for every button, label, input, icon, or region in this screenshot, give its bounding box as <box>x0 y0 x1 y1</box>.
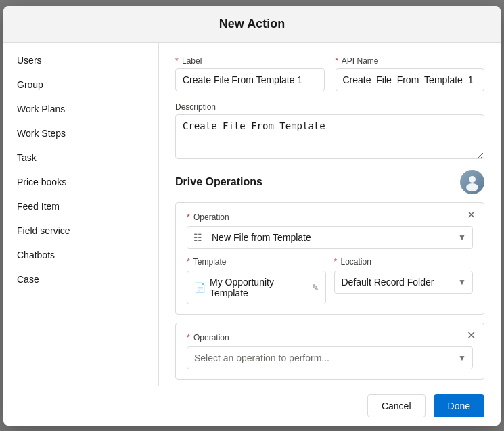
main-content: * Label * API Name <box>159 43 501 386</box>
sidebar-item-price-books[interactable]: Price books <box>3 170 158 194</box>
modal: New Action Users Group Work Plans Work S… <box>3 6 501 426</box>
label-api-row: * Label * API Name <box>175 56 484 91</box>
location-label: * Location <box>334 257 474 267</box>
api-name-input[interactable] <box>336 68 485 91</box>
label-field-label: * Label <box>175 56 325 66</box>
sidebar-item-feed-item[interactable]: Feed Item <box>3 194 158 219</box>
svg-point-1 <box>466 183 478 191</box>
description-label: Description <box>175 102 484 112</box>
operation-card-2: ✕ * Operation Select an operation to per… <box>175 323 484 380</box>
modal-footer: Cancel Done <box>3 386 501 426</box>
op1-select[interactable]: New File from Template <box>187 226 473 249</box>
description-textarea[interactable] <box>175 114 484 159</box>
description-group: Description <box>175 102 484 159</box>
drive-ops-title: Drive Operations <box>175 176 262 188</box>
sidebar: Users Group Work Plans Work Steps Task P… <box>3 43 159 386</box>
template-value[interactable]: 📄 My Opportunity Template ✎ <box>187 271 326 304</box>
operation-1-close-button[interactable]: ✕ <box>467 210 476 221</box>
svg-point-0 <box>469 176 476 183</box>
template-edit-icon[interactable]: ✎ <box>312 283 319 292</box>
op1-template-location-row: * Template 📄 My Opportunity Template ✎ <box>187 257 473 304</box>
api-name-label: * API Name <box>336 56 485 66</box>
label-input[interactable] <box>175 68 325 91</box>
location-group: * Location Default Record Folder ▼ <box>334 257 474 304</box>
op1-label: * Operation <box>187 212 473 222</box>
op1-select-wrapper: ☷ New File from Template ▼ <box>187 226 473 249</box>
op2-select-wrapper: Select an operation to perform... ▼ <box>187 346 473 369</box>
sidebar-item-work-plans[interactable]: Work Plans <box>3 97 158 121</box>
description-row: Description <box>175 102 484 159</box>
modal-body: Users Group Work Plans Work Steps Task P… <box>3 43 501 386</box>
template-group: * Template 📄 My Opportunity Template ✎ <box>187 257 326 304</box>
modal-header: New Action <box>3 6 501 43</box>
location-select[interactable]: Default Record Folder <box>334 271 474 294</box>
avatar <box>460 170 484 194</box>
modal-overlay: New Action Users Group Work Plans Work S… <box>0 0 504 431</box>
label-group: * Label <box>175 56 325 91</box>
sidebar-item-field-service[interactable]: Field service <box>3 219 158 243</box>
op2-select[interactable]: Select an operation to perform... <box>187 346 473 369</box>
location-select-wrapper: Default Record Folder ▼ <box>334 271 474 294</box>
template-doc-icon: 📄 <box>194 282 206 293</box>
operation-card-1: ✕ * Operation ☷ New File from Template ▼ <box>175 202 484 315</box>
sidebar-item-chatbots[interactable]: Chatbots <box>3 243 158 267</box>
done-button[interactable]: Done <box>434 394 484 417</box>
drive-ops-header: Drive Operations <box>175 170 484 194</box>
sidebar-item-users[interactable]: Users <box>3 48 158 72</box>
sidebar-item-case[interactable]: Case <box>3 267 158 292</box>
operation-2-close-button[interactable]: ✕ <box>467 330 476 341</box>
sidebar-item-task[interactable]: Task <box>3 145 158 170</box>
sidebar-item-group[interactable]: Group <box>3 72 158 97</box>
sidebar-item-work-steps[interactable]: Work Steps <box>3 121 158 145</box>
template-label: * Template <box>187 257 326 267</box>
cancel-button[interactable]: Cancel <box>367 394 426 417</box>
api-name-group: * API Name <box>336 56 485 91</box>
op2-label: * Operation <box>187 333 473 342</box>
modal-title: New Action <box>219 17 285 30</box>
